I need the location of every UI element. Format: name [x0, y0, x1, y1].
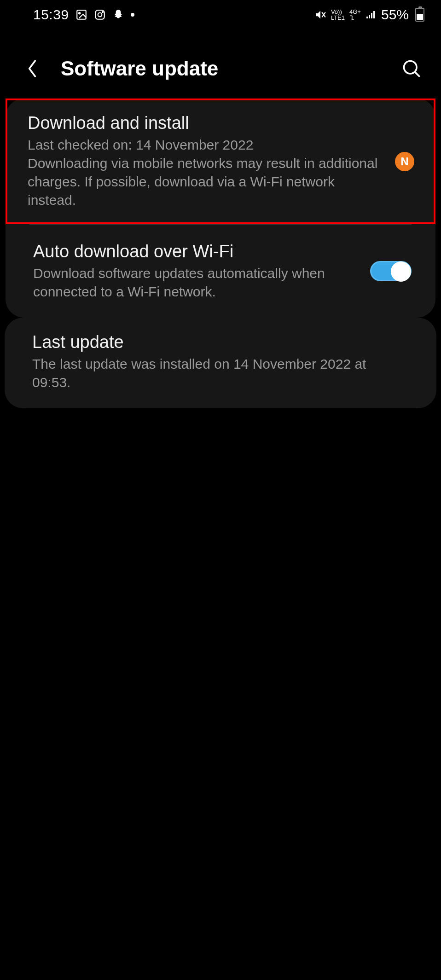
back-button[interactable] — [23, 59, 41, 78]
svg-point-3 — [98, 13, 102, 17]
status-bar-right: Vo))LTE1 4G+⇅ 55% — [314, 7, 424, 23]
auto-download-subtitle: Download software updates automatically … — [33, 264, 408, 301]
settings-group-2: Last update The last update was installe… — [5, 318, 436, 408]
download-and-install-item[interactable]: Download and install Last checked on: 14… — [7, 100, 434, 222]
svg-rect-10 — [373, 11, 375, 18]
svg-rect-8 — [369, 15, 370, 18]
highlight-box: Download and install Last checked on: 14… — [6, 99, 435, 224]
status-bar: 15:39 Vo))LTE1 4G+⇅ 55% — [0, 0, 441, 29]
svg-rect-0 — [77, 10, 86, 19]
search-icon — [401, 58, 422, 79]
gallery-icon — [75, 9, 87, 21]
snapchat-icon — [112, 9, 124, 21]
svg-line-12 — [415, 72, 419, 76]
svg-rect-7 — [366, 17, 368, 18]
auto-download-title: Auto download over Wi-Fi — [33, 242, 408, 261]
more-notifications-icon — [131, 13, 134, 17]
auto-download-switch[interactable] — [370, 261, 412, 281]
page-header: Software update — [0, 29, 441, 99]
chevron-left-icon — [26, 59, 39, 78]
volte-icon: Vo))LTE1 — [331, 9, 345, 21]
network-type-icon: 4G+⇅ — [349, 9, 361, 21]
auto-download-item[interactable]: Auto download over Wi-Fi Download softwa… — [6, 224, 435, 318]
svg-rect-9 — [371, 13, 372, 18]
last-update-subtitle: The last update was installed on 14 Nove… — [32, 355, 409, 392]
svg-point-4 — [102, 12, 103, 12]
download-and-install-subtitle: Last checked on: 14 November 2022 Downlo… — [28, 136, 411, 209]
new-badge: N — [395, 152, 414, 171]
status-time: 15:39 — [33, 7, 69, 23]
status-bar-left: 15:39 — [33, 7, 134, 23]
mute-icon — [314, 9, 326, 21]
instagram-icon — [94, 9, 106, 21]
svg-point-1 — [79, 12, 80, 14]
battery-percentage: 55% — [381, 7, 409, 23]
battery-icon — [415, 8, 424, 22]
signal-icon — [366, 9, 377, 20]
page-title: Software update — [61, 57, 381, 80]
search-button[interactable] — [400, 58, 423, 80]
last-update-title: Last update — [32, 332, 409, 352]
settings-group-1: Download and install Last checked on: 14… — [6, 99, 435, 318]
last-update-item[interactable]: Last update The last update was installe… — [5, 318, 436, 408]
download-and-install-title: Download and install — [28, 113, 411, 133]
